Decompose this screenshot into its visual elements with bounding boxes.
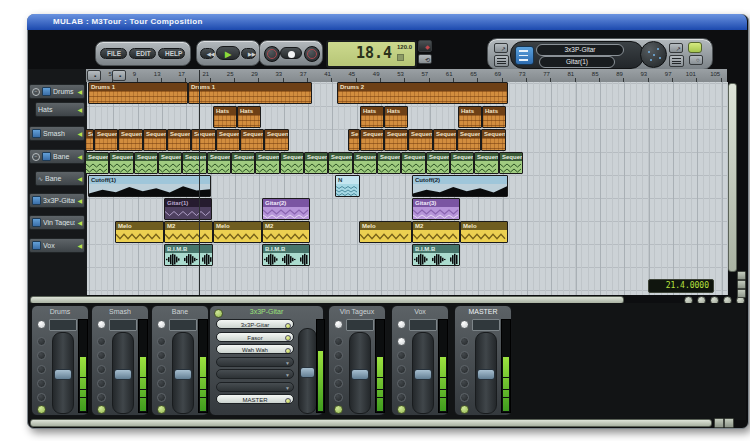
clip-sequen[interactable]: Sequen	[191, 129, 216, 151]
mixer-channel-vin-tageux[interactable]: Vin Tageux	[328, 305, 386, 416]
channel-button-5[interactable]	[97, 393, 106, 402]
clip-sequen[interactable]: Sequen	[207, 152, 231, 174]
channel-button-2[interactable]	[397, 351, 406, 360]
channel-button-1[interactable]	[97, 337, 106, 346]
channel-led[interactable]	[37, 320, 46, 329]
track-header-bane[interactable]: −Bane◀	[29, 149, 85, 164]
stop-button[interactable]	[280, 47, 302, 59]
channel-button-4[interactable]	[97, 379, 106, 388]
channel-led[interactable]	[97, 320, 106, 329]
collapse-icon[interactable]: −	[32, 153, 40, 161]
collapse-icon[interactable]: −	[32, 88, 40, 96]
channel-button-4[interactable]	[37, 379, 46, 388]
track-monitor-icon[interactable]: ◀	[77, 106, 82, 113]
clip-se[interactable]: Se	[348, 129, 360, 151]
clip-b-i-m-b[interactable]: B.I.M.B	[262, 244, 310, 266]
volume-fader[interactable]	[475, 332, 497, 414]
clip-sequen[interactable]: Sequen	[457, 129, 481, 151]
mixer-scroll-left-button[interactable]	[714, 418, 724, 428]
clip-melo[interactable]: Melo	[460, 221, 508, 243]
ruler-marker-button-2[interactable]: ▪	[112, 70, 126, 81]
clip-gitar-3-[interactable]: Gitar(3)	[412, 198, 460, 220]
clip-n[interactable]: N	[335, 175, 360, 197]
clip-sequen[interactable]: Sequen	[280, 152, 304, 174]
channel-button-2[interactable]	[37, 351, 46, 360]
clip-sequen[interactable]: Sequen	[353, 152, 377, 174]
clip-drums-1[interactable]: Drums 1	[88, 82, 188, 104]
track-header-drums[interactable]: −Drums◀	[29, 84, 85, 99]
channel-button-3[interactable]	[97, 365, 106, 374]
clip-sequen[interactable]: Sequen	[499, 152, 523, 174]
channel-button-4[interactable]	[460, 379, 469, 388]
channel-button-1[interactable]	[397, 337, 406, 346]
clip-sequen[interactable]: Sequen	[118, 129, 143, 151]
fader-handle[interactable]	[477, 369, 495, 380]
fader-handle[interactable]	[54, 369, 72, 380]
channel-led[interactable]	[397, 320, 406, 329]
track-header-hats[interactable]: Hats◀	[35, 102, 85, 117]
channel-solo-led[interactable]	[37, 405, 46, 414]
mixer-channel-3x3p-gitar[interactable]: 3x3P-Gitar3x3P-GitarFasorWah Wah▼▼▼MASTE…	[209, 305, 324, 416]
channel-button-5[interactable]	[397, 393, 406, 402]
clip-sequen[interactable]: Sequen	[328, 152, 353, 174]
clip-sequen[interactable]: Sequen	[360, 129, 384, 151]
channel-led[interactable]	[460, 320, 469, 329]
mixer-channel-drums[interactable]: Drums	[31, 305, 89, 416]
clip-m2[interactable]: M2	[164, 221, 213, 243]
volume-fader[interactable]	[52, 332, 74, 414]
slot-output-led[interactable]	[285, 398, 291, 404]
clip-hats[interactable]: Hats	[213, 106, 237, 128]
volume-fader[interactable]	[298, 328, 317, 414]
selected-track-field[interactable]: 3x3P-Gitar	[536, 44, 624, 56]
slot-edit-led[interactable]	[285, 323, 291, 329]
jump-next-button[interactable]: ↗	[669, 43, 683, 53]
mixer-channel-master[interactable]: MASTER	[454, 305, 512, 416]
channel-button-2[interactable]	[97, 351, 106, 360]
clip-sequen[interactable]: Sequen	[264, 129, 289, 151]
channel-button-3[interactable]	[460, 365, 469, 374]
tempo-handle[interactable]	[397, 54, 404, 61]
clip-hats[interactable]: Hats	[482, 106, 506, 128]
arrangement-vscrollbar[interactable]	[728, 83, 737, 272]
channel-button-5[interactable]	[334, 393, 343, 402]
clip-cutoff-1-[interactable]: Cutoff(1)	[88, 175, 211, 197]
preview-button[interactable]	[688, 42, 702, 53]
record-button[interactable]	[264, 46, 280, 62]
clip-gitar-2-[interactable]: Gitar(2)	[262, 198, 310, 220]
channel-button-5[interactable]	[37, 393, 46, 402]
metronome-button[interactable]	[304, 46, 320, 62]
clip-melo[interactable]: Melo	[359, 221, 412, 243]
clip-sequen[interactable]: Sequen	[255, 152, 280, 174]
channel-led[interactable]	[334, 320, 343, 329]
channel-button-1[interactable]	[460, 337, 469, 346]
clip-se[interactable]: Se	[85, 129, 94, 151]
channel-button-1[interactable]	[37, 337, 46, 346]
track-header-smash[interactable]: Smash◀	[29, 126, 85, 141]
channel-button-3[interactable]	[397, 365, 406, 374]
channel-led[interactable]	[214, 309, 223, 318]
channel-button-5[interactable]	[157, 393, 166, 402]
clip-hats[interactable]: Hats	[360, 106, 384, 128]
clip-sequen[interactable]: Sequen	[94, 129, 118, 151]
track-monitor-icon[interactable]: ◀	[77, 197, 82, 204]
channel-button-4[interactable]	[397, 379, 406, 388]
fader-handle[interactable]	[174, 369, 192, 380]
channel-button-5[interactable]	[460, 393, 469, 402]
channel-solo-led[interactable]	[460, 405, 469, 414]
channel-button-2[interactable]	[157, 351, 166, 360]
clip-sequen[interactable]: Sequen	[182, 152, 207, 174]
track-list-icon[interactable]	[515, 46, 534, 65]
clip-sequen[interactable]: Sequen	[109, 152, 134, 174]
module-slot-empty[interactable]: ▼	[216, 382, 294, 392]
channel-solo-led[interactable]	[157, 405, 166, 414]
module-slot-master[interactable]: MASTER	[216, 394, 294, 404]
play-button[interactable]: ▶	[216, 46, 240, 60]
clip-sequen[interactable]: Sequen	[481, 129, 506, 151]
fader-handle[interactable]	[351, 369, 369, 380]
track-monitor-icon[interactable]: ◀	[77, 175, 82, 182]
clip-sequen[interactable]: Sequen	[143, 129, 167, 151]
module-menu-button[interactable]	[669, 55, 684, 67]
playhead[interactable]	[199, 70, 200, 295]
clip-sequen[interactable]: Sequen	[377, 152, 401, 174]
rewind-button[interactable]: ◀◀	[200, 48, 215, 59]
